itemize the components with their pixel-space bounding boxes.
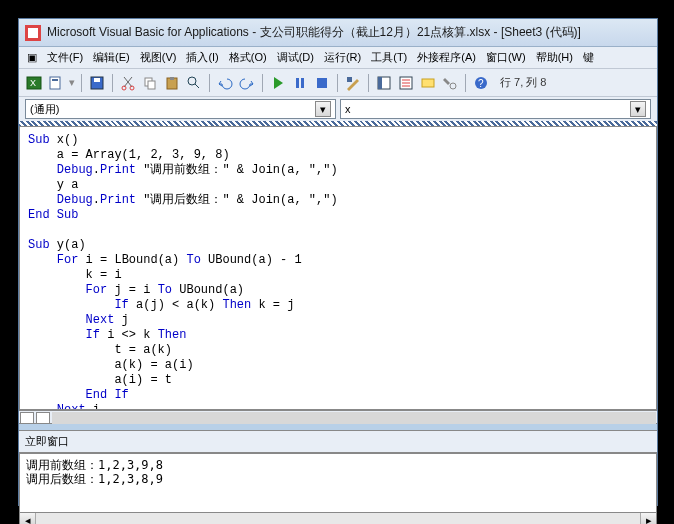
menu-tools[interactable]: 工具(T) [367, 48, 411, 67]
svg-text:X: X [30, 78, 36, 88]
save-icon[interactable] [88, 74, 106, 92]
object-selector[interactable]: (通用) ▾ [25, 99, 336, 119]
svg-rect-16 [347, 77, 352, 82]
design-mode-icon[interactable] [344, 74, 362, 92]
svg-rect-5 [94, 78, 100, 82]
svg-rect-2 [50, 77, 60, 89]
menu-help[interactable]: 帮助(H) [532, 48, 577, 67]
paste-icon[interactable] [163, 74, 181, 92]
sys-menu-icon[interactable]: ▣ [23, 49, 41, 66]
titlebar[interactable]: Microsoft Visual Basic for Applications … [19, 19, 657, 47]
dropdown-arrow-icon[interactable]: ▾ [630, 101, 646, 117]
window: Microsoft Visual Basic for Applications … [18, 18, 658, 506]
procedure-view-icon[interactable] [20, 412, 34, 424]
menu-addins[interactable]: 外接程序(A) [413, 48, 480, 67]
menu-insert[interactable]: 插入(I) [182, 48, 222, 67]
object-proc-selectors: (通用) ▾ x ▾ [19, 97, 657, 121]
svg-rect-18 [378, 77, 382, 89]
svg-point-21 [450, 83, 456, 89]
break-icon[interactable] [291, 74, 309, 92]
project-explorer-icon[interactable] [375, 74, 393, 92]
procedure-selector-value: x [345, 103, 351, 115]
immediate-window-label: 立即窗口 [19, 430, 657, 453]
redo-icon[interactable] [238, 74, 256, 92]
app-icon [25, 25, 41, 41]
toolbox-icon[interactable] [441, 74, 459, 92]
immediate-window[interactable]: 调用前数组：1,2,3,9,8 调用后数组：1,2,3,8,9 [19, 453, 657, 513]
svg-rect-15 [317, 78, 327, 88]
immediate-output: 调用前数组：1,2,3,9,8 调用后数组：1,2,3,8,9 [26, 458, 163, 486]
svg-rect-3 [52, 79, 58, 81]
copy-icon[interactable] [141, 74, 159, 92]
menu-window[interactable]: 窗口(W) [482, 48, 530, 67]
object-selector-value: (通用) [30, 102, 59, 117]
menu-run[interactable]: 运行(R) [320, 48, 365, 67]
menubar: ▣ 文件(F) 编辑(E) 视图(V) 插入(I) 格式(O) 调试(D) 运行… [19, 47, 657, 69]
procedure-selector[interactable]: x ▾ [340, 99, 651, 119]
code-text[interactable]: Sub x() a = Array(1, 2, 3, 9, 8) Debug.P… [20, 127, 656, 410]
dropdown-arrow-icon[interactable]: ▾ [315, 101, 331, 117]
svg-rect-20 [422, 79, 434, 87]
toolbar: X ▾ ? 行 7, 列 8 [19, 69, 657, 97]
scroll-track[interactable] [36, 513, 640, 524]
properties-icon[interactable] [397, 74, 415, 92]
help-icon[interactable]: ? [472, 74, 490, 92]
code-editor[interactable]: Sub x() a = Array(1, 2, 3, 9, 8) Debug.P… [19, 126, 657, 410]
window-title: Microsoft Visual Basic for Applications … [47, 24, 581, 41]
svg-point-12 [188, 77, 196, 85]
svg-rect-9 [148, 81, 155, 89]
immediate-hscroll[interactable]: ◂ ▸ [19, 513, 657, 524]
menu-extra[interactable]: 键 [579, 48, 598, 67]
svg-rect-11 [170, 77, 174, 80]
view-excel-icon[interactable]: X [25, 74, 43, 92]
svg-text:?: ? [478, 78, 484, 89]
reset-icon[interactable] [313, 74, 331, 92]
menu-view[interactable]: 视图(V) [136, 48, 181, 67]
cut-icon[interactable] [119, 74, 137, 92]
svg-rect-13 [296, 78, 299, 88]
full-module-view-icon[interactable] [36, 412, 50, 424]
menu-debug[interactable]: 调试(D) [273, 48, 318, 67]
object-browser-icon[interactable] [419, 74, 437, 92]
undo-icon[interactable] [216, 74, 234, 92]
insert-module-icon[interactable] [47, 74, 65, 92]
view-switcher [19, 410, 657, 424]
cursor-status: 行 7, 列 8 [500, 75, 546, 90]
svg-rect-14 [301, 78, 304, 88]
menu-file[interactable]: 文件(F) [43, 48, 87, 67]
run-icon[interactable] [269, 74, 287, 92]
menu-format[interactable]: 格式(O) [225, 48, 271, 67]
scroll-right-icon[interactable]: ▸ [640, 513, 656, 524]
menu-edit[interactable]: 编辑(E) [89, 48, 134, 67]
scroll-left-icon[interactable]: ◂ [20, 513, 36, 524]
find-icon[interactable] [185, 74, 203, 92]
hscroll-track[interactable] [52, 412, 656, 424]
